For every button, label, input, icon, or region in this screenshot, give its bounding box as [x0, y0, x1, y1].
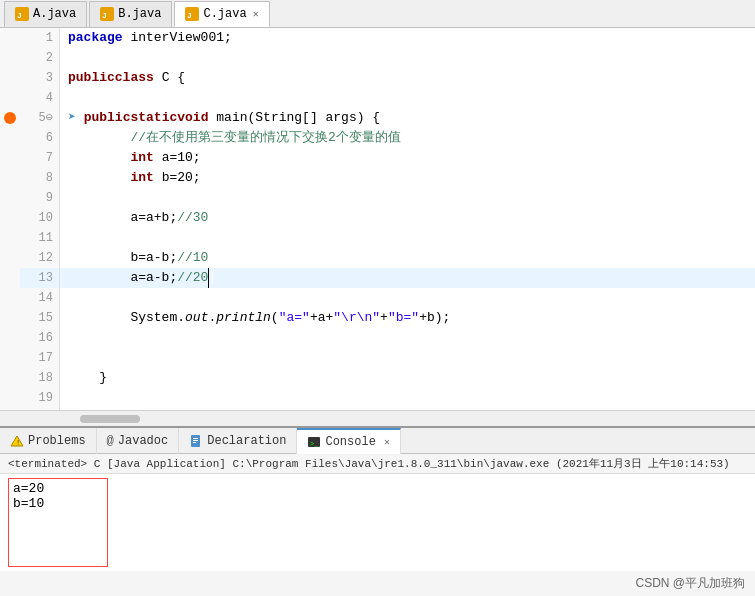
gutter-line-20	[0, 408, 20, 410]
console-empty-area	[116, 478, 747, 567]
console-header: <terminated> C [Java Application] C:\Pro…	[0, 454, 755, 474]
tab-b[interactable]: J B.java	[89, 1, 172, 27]
bottom-tab-bar: ! Problems @ Javadoc Declaration >_ Cons…	[0, 428, 755, 454]
console-icon: >_	[307, 435, 321, 449]
svg-text:!: !	[16, 439, 20, 447]
code-line-17	[60, 348, 755, 368]
ln-15: 15	[20, 308, 59, 328]
ln-14: 14	[20, 288, 59, 308]
code-line-1: package interView001;	[60, 28, 755, 48]
code-line-18: }	[60, 368, 755, 388]
horizontal-scrollbar[interactable]	[0, 410, 755, 426]
gutter-line-10	[0, 208, 20, 228]
code-line-15: System.out.println("a="+a+"\r\n"+"b="+b)…	[60, 308, 755, 328]
code-area[interactable]: package interView001; public class C { ➤…	[60, 28, 755, 410]
java-icon-b: J	[100, 7, 114, 21]
code-line-11	[60, 228, 755, 248]
ln-16: 16	[20, 328, 59, 348]
breakpoint-gutter	[0, 28, 20, 410]
line-numbers: 1 2 3 4 5⊖ 6 7 8 9 10 11 12 13 14 15 16 …	[20, 28, 60, 410]
code-line-5: ➤ public static void main(String[] args)…	[60, 108, 755, 128]
tab-bar: J A.java J B.java J C.java ✕	[0, 0, 755, 28]
gutter-line-7	[0, 148, 20, 168]
gutter-line-14	[0, 288, 20, 308]
gutter-line-2	[0, 48, 20, 68]
watermark-text: CSDN @平凡加班狗	[635, 575, 745, 592]
svg-text:>_: >_	[310, 440, 319, 448]
tab-a[interactable]: J A.java	[4, 1, 87, 27]
ln-1: 1	[20, 28, 59, 48]
tab-c-label: C.java	[203, 7, 246, 21]
svg-text:J: J	[17, 11, 22, 20]
gutter-line-4	[0, 88, 20, 108]
tab-a-label: A.java	[33, 7, 76, 21]
tab-declaration-label: Declaration	[207, 434, 286, 448]
svg-rect-11	[193, 442, 196, 443]
breakpoint-dot-5	[4, 112, 16, 124]
code-line-19	[60, 388, 755, 408]
tab-declaration[interactable]: Declaration	[179, 428, 297, 454]
ln-11: 11	[20, 228, 59, 248]
console-line-1: a=20	[13, 481, 103, 496]
gutter-line-18	[0, 368, 20, 388]
ln-20: 20	[20, 408, 59, 410]
ln-17: 17	[20, 348, 59, 368]
code-line-9	[60, 188, 755, 208]
tab-problems-label: Problems	[28, 434, 86, 448]
ln-9: 9	[20, 188, 59, 208]
gutter-line-16	[0, 328, 20, 348]
svg-rect-9	[193, 438, 198, 439]
ln-4: 4	[20, 88, 59, 108]
tab-javadoc[interactable]: @ Javadoc	[97, 428, 180, 454]
gutter-line-11	[0, 228, 20, 248]
code-line-20: }	[60, 408, 755, 410]
at-icon: @	[107, 434, 114, 448]
java-icon-c: J	[185, 7, 199, 21]
code-line-6: //在不使用第三变量的情况下交换2个变量的值	[60, 128, 755, 148]
code-line-2	[60, 48, 755, 68]
gutter-line-6	[0, 128, 20, 148]
ln-19: 19	[20, 388, 59, 408]
java-icon: J	[15, 7, 29, 21]
tab-c-close[interactable]: ✕	[253, 8, 259, 20]
tab-console[interactable]: >_ Console ✕	[297, 428, 400, 454]
editor-area: 1 2 3 4 5⊖ 6 7 8 9 10 11 12 13 14 15 16 …	[0, 28, 755, 410]
tab-console-close[interactable]: ✕	[384, 436, 390, 448]
gutter-line-9	[0, 188, 20, 208]
gutter-line-5	[0, 108, 20, 128]
ln-2: 2	[20, 48, 59, 68]
tab-b-label: B.java	[118, 7, 161, 21]
svg-text:J: J	[102, 11, 107, 20]
code-line-7: int a=10;	[60, 148, 755, 168]
code-line-14	[60, 288, 755, 308]
doc-icon	[189, 434, 203, 448]
scroll-thumb[interactable]	[80, 415, 140, 423]
ln-3: 3	[20, 68, 59, 88]
code-line-8: int b=20;	[60, 168, 755, 188]
ln-18: 18	[20, 368, 59, 388]
bottom-panel: ! Problems @ Javadoc Declaration >_ Cons…	[0, 426, 755, 596]
gutter-line-13	[0, 268, 20, 288]
tab-console-label: Console	[325, 435, 375, 449]
gutter-line-3	[0, 68, 20, 88]
code-line-13: a=a-b;//20|	[60, 268, 755, 288]
gutter-line-19	[0, 388, 20, 408]
console-header-text: <terminated> C [Java Application] C:\Pro…	[8, 456, 730, 471]
tab-c[interactable]: J C.java ✕	[174, 1, 269, 27]
ln-13: 13	[20, 268, 59, 288]
console-line-2: b=10	[13, 496, 103, 511]
gutter-line-15	[0, 308, 20, 328]
code-line-10: a=a+b;//30	[60, 208, 755, 228]
watermark: CSDN @平凡加班狗	[0, 571, 755, 596]
code-line-12: b=a-b;//10	[60, 248, 755, 268]
tab-problems[interactable]: ! Problems	[0, 428, 97, 454]
ln-5: 5⊖	[20, 108, 59, 128]
ln-8: 8	[20, 168, 59, 188]
console-output-box: a=20 b=10	[8, 478, 108, 567]
console-content: a=20 b=10	[0, 474, 755, 571]
ln-10: 10	[20, 208, 59, 228]
ln-6: 6	[20, 128, 59, 148]
warning-icon: !	[10, 434, 24, 448]
gutter-line-8	[0, 168, 20, 188]
svg-rect-10	[193, 440, 198, 441]
